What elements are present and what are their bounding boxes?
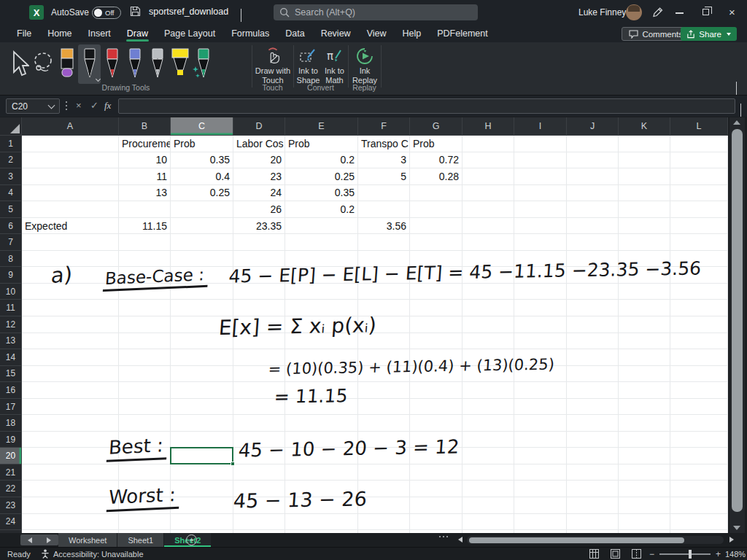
user-avatar[interactable] [626,4,642,20]
cell-G12[interactable] [410,316,462,333]
zoom-in-button[interactable]: + [716,549,721,559]
search-bar[interactable] [274,4,478,20]
cell-G23[interactable] [410,497,462,514]
cell-C6[interactable] [171,218,233,235]
cell-A3[interactable] [22,168,119,185]
cell-K15[interactable] [619,366,670,383]
cell-C1[interactable]: Prob [171,136,233,152]
cell-F24[interactable] [358,514,410,531]
menu-tab-pdfelement[interactable]: PDFelement [429,25,495,42]
cell-J19[interactable] [567,432,619,448]
cell-C18[interactable] [171,415,233,432]
cell-K22[interactable] [619,481,670,497]
cell-J24[interactable] [567,514,619,531]
row-header-22[interactable]: 22 [0,481,22,497]
row-header-5[interactable]: 5 [0,201,22,218]
cell-B1[interactable]: Procureme [119,136,171,152]
tabbar-divider[interactable] [446,536,448,537]
cell-D9[interactable] [233,267,285,284]
cell-J10[interactable] [567,284,619,300]
cell-G3[interactable]: 0.28 [410,168,462,185]
autosave-toggle[interactable]: Off [92,7,121,19]
cell-K14[interactable] [619,349,670,366]
prev-sheet-arrow-icon[interactable] [28,537,32,543]
cell-D15[interactable] [233,366,285,383]
cell-D2[interactable]: 20 [233,152,285,169]
select-tool[interactable] [6,44,31,84]
cell-F14[interactable] [358,349,410,366]
column-header-C[interactable]: C [171,117,233,135]
cell-J18[interactable] [567,415,619,432]
cell-L7[interactable] [670,234,728,251]
cell-F8[interactable] [358,251,410,268]
cell-L3[interactable] [670,168,728,185]
cell-L24[interactable] [670,514,728,531]
menu-tab-data[interactable]: Data [277,25,312,42]
menu-tab-view[interactable]: View [359,25,395,42]
collapse-ribbon-chevron-icon[interactable] [736,82,737,95]
menu-tab-home[interactable]: Home [39,25,80,42]
cell-D3[interactable]: 23 [233,168,285,185]
document-title-chevron-icon[interactable] [241,9,241,22]
cell-L11[interactable] [670,300,728,316]
cell-H14[interactable] [462,349,514,366]
cell-E12[interactable] [285,316,358,333]
cell-C14[interactable] [171,349,233,366]
cell-C5[interactable] [171,201,233,218]
cell-E9[interactable] [285,267,358,284]
row-header-11[interactable]: 11 [0,300,22,316]
cell-D23[interactable] [233,497,285,514]
cell-D14[interactable] [233,349,285,366]
cell-F4[interactable] [358,185,410,202]
cell-E4[interactable]: 0.35 [285,185,358,202]
expand-formula-bar-chevron-icon[interactable] [740,104,741,117]
cell-I14[interactable] [514,349,567,366]
cell-I6[interactable] [514,218,567,235]
cell-A8[interactable] [22,251,119,268]
cell-F17[interactable] [358,399,410,416]
cell-A7[interactable] [22,234,119,251]
column-header-K[interactable]: K [619,117,670,135]
cell-K4[interactable] [619,185,670,202]
menu-tab-draw[interactable]: Draw [119,25,156,42]
cell-D13[interactable] [233,333,285,350]
cell-A13[interactable] [22,333,119,350]
cell-E8[interactable] [285,251,358,268]
row-header-3[interactable]: 3 [0,168,22,185]
cell-I20[interactable] [514,448,567,464]
highlighter-yellow[interactable] [169,44,191,84]
cell-G19[interactable] [410,432,462,448]
cell-H3[interactable] [462,168,514,185]
column-header-D[interactable]: D [233,117,285,135]
row-header-23[interactable]: 23 [0,497,22,514]
cell-E17[interactable] [285,399,358,416]
excel-app-icon[interactable]: X [29,5,44,20]
cell-H7[interactable] [462,234,514,251]
column-header-J[interactable]: J [567,117,619,135]
cell-K24[interactable] [619,514,670,531]
cell-G24[interactable] [410,514,462,531]
cell-E13[interactable] [285,333,358,350]
insert-function-icon[interactable]: fx [104,100,111,112]
cell-C24[interactable] [171,514,233,531]
cell-D18[interactable] [233,415,285,432]
cell-A14[interactable] [22,349,119,366]
cell-D7[interactable] [233,234,285,251]
next-sheet-arrow-icon[interactable] [47,537,51,543]
cell-H5[interactable] [462,201,514,218]
cell-B20[interactable] [119,448,171,464]
cell-D5[interactable]: 26 [233,201,285,218]
cell-I18[interactable] [514,415,567,432]
sheet-nav-arrows[interactable] [20,534,58,545]
eraser-tool[interactable] [55,44,78,84]
row-header-4[interactable]: 4 [0,185,22,202]
pen-black[interactable] [78,44,101,84]
cell-F15[interactable] [358,366,410,383]
cell-D17[interactable] [233,399,285,416]
cell-L5[interactable] [670,201,728,218]
cell-J1[interactable] [567,136,619,152]
cell-K9[interactable] [619,267,670,284]
cell-A2[interactable] [22,152,119,169]
cell-E23[interactable] [285,497,358,514]
cell-B5[interactable] [119,201,171,218]
